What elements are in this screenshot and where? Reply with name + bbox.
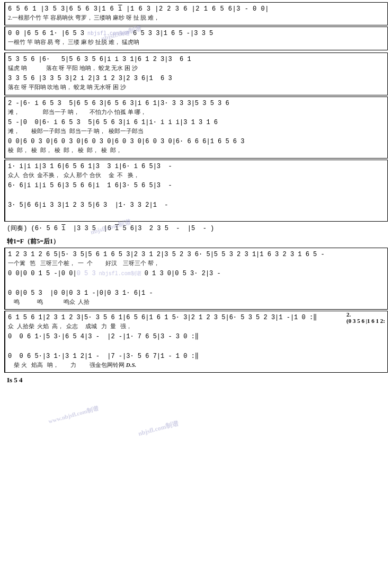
watermark-4: nbjsfl.com制谱 <box>137 419 179 438</box>
bottom-note-area: Is 5 4 <box>4 374 388 385</box>
note-row-6a: 6 1 5 6 1|2 3 1 2 3|5· 3 5 6 1|6 5 6|1 6… <box>8 313 385 322</box>
note-row-4b: 6· 6|i i|i 5 6|3 5 6 6|i 1 6|3· 5 6 5|3 … <box>8 181 385 190</box>
lyric-row-6a: 众 人拾柴 火焰 高， 众志 成城 力 量 强， <box>8 322 385 330</box>
lyric-row-3a: 滩， 郎当一子 呐， 不怕力小 怕孤 单 哪， <box>8 108 385 116</box>
lyric-row-6c: 柴 火 焰高 呐， 力 强金包网铃网 D.S. <box>8 361 385 369</box>
lyric-row-4b <box>8 190 385 198</box>
lyric-row-5c: 鸣 鸣 鸣众 人拾 <box>8 298 385 306</box>
interlude-section: (间奏) (6· 5 6 i |3 3 5 |6 i 5 6|3 2 3 5 -… <box>4 223 388 234</box>
lyric-row-4c <box>8 210 385 218</box>
lyric-row-5a: 一个篱 笆 三呀三个桩， 一 个 好汉 三呀三个 帮， <box>8 259 385 267</box>
lyric-row-5b <box>8 278 385 286</box>
lyric-row-3c: 棱 郎， 棱 郎， 棱 郎， 棱 郎， 棱 郎， <box>8 146 385 154</box>
note-row-6c: 0 0 6 5·|3 1·|3 1 2|1 - |7 -|3· 5 6 7|1 … <box>8 352 385 361</box>
note-row-1: 6 5 6 1 |3 5 3|6 5 6 3|1 6 i |1 6 3 |2 2… <box>8 4 385 14</box>
lyric-row-6b <box>8 341 385 349</box>
section-6: 2.(0 3 5 6 |1 6 1 2: 6 1 5 6 1|2 3 1 2 3… <box>4 311 388 373</box>
watermark-3: www.nbjsfl.com制谱 <box>48 405 100 426</box>
note-row-3a: 2 -|6· i 6 5 3 5|6 5 6 3|6 5 6 3|i 6 1|3… <box>8 99 385 108</box>
section-2: 5 3 5 6 |6· 5|5 6 3 5 6|i i 3 1|6 1 2 3|… <box>4 52 388 95</box>
lyric-row-2b: 落在 呀 平阳呐 吹地 呐， 蛟龙 呐 无水呀 困 沙 <box>8 83 385 91</box>
lyric-row-3b: 滩， 棱郎一子郎当 郎当一子 呐， 棱郎一子郎当 <box>8 127 385 135</box>
note-row-1b: 0 0 |6 5 6 1· |6 5 3 nbjsfl.com制谱 6 5 3 … <box>8 29 385 38</box>
note-row-6b: 0 0 6 1·|5 3·|6 5 4|3 - |2 -|1· 7 6 5|3 … <box>8 332 385 341</box>
note-row-3c: 0 0|6 0 3 0|6 0 3 0|6 0 3 0|6 0 3 0|6 0 … <box>8 137 385 146</box>
interlude-label: (间奏) <box>7 225 31 232</box>
lyric-row-1: 2.一根那个竹 竿 容易呐伙 弯罗， 三缕呐 麻纱 呀 扯 脱 难， <box>8 14 385 22</box>
lyric-row-2a: 猛虎 呐 落在 呀 平阳 地呐， 蛟龙 无水 困 沙 <box>8 64 385 72</box>
note-row-3b: 5 -|0 0|6· i 6 5 3 5|6 5 6 3|i 6 1|i· i … <box>8 118 385 127</box>
is-5-4-text: Is 5 4 <box>7 376 23 384</box>
section-3: 2 -|6· i 6 5 3 5|6 5 6 3|6 5 6 3|i 6 1|3… <box>4 96 388 159</box>
note-row-2b: 3 3 5 6 |3 3 5 3|2 i 2|3 1 2 3|2 3 6|1 6… <box>8 74 385 83</box>
music-block: 6 5 6 1 |3 5 3|6 5 6 3|1 6 i |1 6 3 |2 2… <box>4 2 388 385</box>
note-row-2a: 5 3 5 6 |6· 5|5 6 3 5 6|i i 3 1|6 1 2 3|… <box>8 55 385 64</box>
section-5: 1 2 3 1 2 6 5|5· 3 5|5 6 1 6 5 3|2 3 1 2… <box>4 248 388 310</box>
repeat-mark-2: 2.(0 3 5 6 |1 6 1 2: <box>346 311 385 324</box>
key-change-label: 转1=F（前5=后1） <box>4 236 388 248</box>
key-change-text: 转1=F（前5=后1） <box>7 238 59 245</box>
section-1b: 0 0 |6 5 6 1· |6 5 3 nbjsfl.com制谱 6 5 3 … <box>4 27 388 50</box>
section-4: i· i|i i|3 1 6|6 5 6 1|3 3 i|6· i 6 5|3 … <box>4 160 388 222</box>
lyric-row-4a: 众人 合伙 金不换， 众人 那个 合伙 金 不 换， <box>8 171 385 179</box>
note-row-5b: 0 0|0 0 1 5 -|0 0|0 5 3 nbjsfl.com制谱 0 1… <box>8 269 385 278</box>
note-row-5c: 0 0|0 5 3 |0 0|0 3 1 -|0|0 3 1· 6|1 - <box>8 288 385 298</box>
note-row-4c: 3· 5|6 6|i 3 3|1 2 3 5|6 3 |1· 3 3 2|1 - <box>8 200 385 210</box>
interlude-note: (间奏) (6· 5 6 i |3 3 5 |6 i 5 6|3 2 3 5 -… <box>7 224 385 233</box>
lyric-row-1b: 一根竹 竿 呐容 易 弯， 三缕 麻 纱 扯脱 难， 猛虎呐 <box>8 38 385 46</box>
note-row-4a: i· i|i i|3 1 6|6 5 6 1|3 3 i|6· i 6 5|3 … <box>8 162 385 171</box>
section-1: 6 5 6 1 |3 5 3|6 5 6 3|1 6 i |1 6 3 |2 2… <box>4 2 388 25</box>
note-row-5a: 1 2 3 1 2 6 5|5· 3 5|5 6 1 6 5 3|2 3 1 2… <box>8 250 385 259</box>
ds-mark: D.S. <box>126 362 137 368</box>
sheet-music-container: nbjsfl.com制谱 nbjsfl.com制谱 www.nbjsfl.com… <box>0 0 392 388</box>
